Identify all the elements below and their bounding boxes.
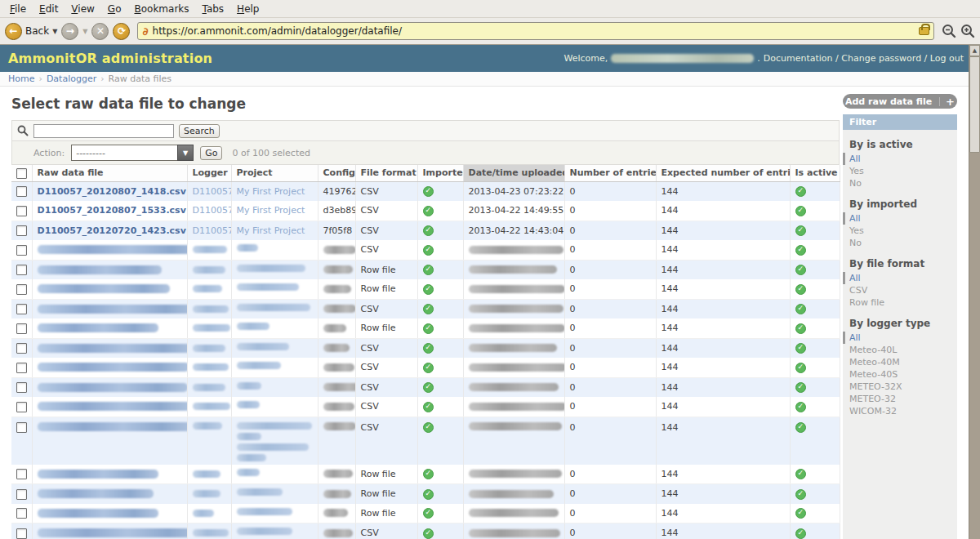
col-header-date-time-uploaded[interactable]: Date/time uploaded▼ — [463, 165, 564, 181]
row-checkbox[interactable] — [16, 528, 27, 539]
filter-option-wicom-32[interactable]: WICOM-32 — [843, 405, 957, 417]
filter-option-meteo-32x[interactable]: METEO-32X — [843, 381, 957, 393]
cell-number-of-entries: 0 — [564, 299, 656, 318]
redacted-date — [469, 490, 554, 498]
table-row: D110057_20120807_1533.csvD110057My First… — [11, 201, 840, 220]
logger-link[interactable]: D110057 — [193, 186, 232, 197]
cell-imported — [417, 279, 463, 299]
breadcrumb-datalogger[interactable]: Datalogger — [47, 74, 96, 84]
filter-option-all[interactable]: All — [843, 332, 957, 344]
go-button[interactable]: Go — [200, 146, 222, 160]
filter-option-meteo-32[interactable]: METEO-32 — [843, 393, 957, 405]
row-checkbox[interactable] — [16, 304, 27, 314]
zoom-out-icon[interactable] — [942, 24, 956, 38]
raw-data-file-link[interactable]: D110057_20120720_1423.csv — [38, 225, 186, 236]
header-link-documentation[interactable]: Documentation — [764, 53, 833, 64]
col-header-expected-number-of-entries[interactable]: Expected number of entries — [656, 165, 790, 181]
url-bar[interactable]: ∂ https://or.ammonit.com/admin/datalogge… — [137, 22, 934, 40]
filter-option-all[interactable]: All — [843, 212, 957, 225]
project-link[interactable]: My First Project — [237, 205, 305, 216]
zoom-in-icon[interactable] — [960, 24, 975, 38]
reload-icon[interactable]: ⟳ — [113, 23, 130, 40]
menu-tabs[interactable]: Tabs — [196, 2, 231, 16]
row-checkbox[interactable] — [16, 186, 27, 197]
row-checkbox[interactable] — [16, 206, 27, 216]
search-button[interactable]: Search — [179, 124, 220, 138]
col-header-logger[interactable]: Logger — [187, 165, 231, 181]
project-link[interactable]: My First Project — [237, 225, 305, 236]
action-select[interactable]: --------- ▼ — [71, 145, 194, 161]
window-scrollbar[interactable]: ▲ — [969, 45, 980, 539]
filter-option-all[interactable]: All — [843, 272, 957, 284]
cell-imported — [417, 220, 463, 240]
cell-logger: D110057 — [187, 201, 231, 220]
logger-link[interactable]: D110057 — [193, 205, 232, 216]
raw-data-file-link[interactable]: D110057_20120807_1533.csv — [38, 205, 186, 216]
row-checkbox[interactable] — [16, 489, 27, 500]
row-checkbox[interactable] — [16, 323, 27, 334]
menu-go[interactable]: Go — [101, 2, 128, 16]
filter-option-no[interactable]: No — [843, 237, 957, 249]
col-header-imported[interactable]: Imported — [417, 165, 463, 181]
row-checkbox[interactable] — [16, 343, 27, 354]
row-checkbox[interactable] — [16, 245, 27, 256]
filter-group-by-imported: By importedAllYesNo — [843, 189, 957, 249]
forward-icon[interactable]: → — [61, 23, 78, 40]
scroll-up-icon[interactable]: ▲ — [969, 45, 980, 56]
menu-view[interactable]: View — [65, 2, 100, 16]
action-select-value[interactable]: --------- — [71, 145, 177, 161]
filter-option-meteo-40l[interactable]: Meteo-40L — [843, 344, 957, 356]
filter-option-row-file[interactable]: Row file — [843, 296, 957, 309]
menu-edit[interactable]: Edit — [33, 2, 65, 16]
filter-option-meteo-40m[interactable]: Meteo-40M — [843, 356, 957, 368]
table-row: Row file0144 — [11, 260, 840, 279]
row-checkbox[interactable] — [16, 284, 27, 295]
back-icon[interactable]: ← — [5, 23, 22, 40]
menu-bookmarks[interactable]: Bookmarks — [127, 2, 195, 16]
row-checkbox[interactable] — [16, 225, 27, 236]
redacted-date — [469, 344, 557, 352]
logger-link[interactable]: D110057 — [193, 225, 232, 236]
header-link-change-password[interactable]: Change password — [841, 53, 921, 64]
col-header-raw-data-file[interactable]: Raw data file — [32, 165, 187, 181]
row-checkbox[interactable] — [16, 469, 27, 479]
filter-option-yes[interactable]: Yes — [843, 165, 957, 177]
row-checkbox[interactable] — [16, 402, 27, 412]
filter-option-meteo-40s[interactable]: Meteo-40S — [843, 368, 957, 381]
row-checkbox[interactable] — [16, 363, 27, 373]
filter-option-csv[interactable]: CSV — [843, 284, 957, 296]
raw-data-file-link[interactable]: D110057_20120807_1418.csv — [38, 186, 186, 197]
col-header-file-format[interactable]: File format — [355, 165, 417, 181]
select-all-checkbox[interactable] — [16, 168, 27, 179]
col-header-project[interactable]: Project — [231, 165, 318, 181]
filter-option-no[interactable]: No — [843, 177, 957, 189]
url-text[interactable]: https://or.ammonit.com/admin/datalogger/… — [153, 25, 915, 37]
filter-option-yes[interactable]: Yes — [843, 225, 957, 237]
cell-imported — [417, 377, 463, 397]
table-row: Row file0144 — [11, 279, 840, 299]
add-raw-data-file-button[interactable]: Add raw data file + — [843, 94, 957, 109]
row-checkbox[interactable] — [16, 382, 27, 393]
project-link[interactable]: My First Project — [237, 186, 305, 197]
stop-icon[interactable]: ✕ — [91, 23, 109, 40]
search-input[interactable] — [33, 124, 174, 138]
back-dropdown-icon[interactable]: ▼ — [52, 28, 57, 35]
filter-option-all[interactable]: All — [843, 153, 957, 165]
scrollbar-thumb[interactable] — [969, 56, 980, 153]
row-checkbox[interactable] — [16, 265, 27, 275]
header-link-log-out[interactable]: Log out — [930, 53, 964, 64]
row-checkbox[interactable] — [16, 422, 27, 433]
breadcrumb-home[interactable]: Home — [8, 74, 34, 84]
col-header-config[interactable]: Config — [318, 165, 355, 181]
imported-yes-icon — [423, 363, 434, 373]
col-header-is-active[interactable]: Is active — [790, 165, 840, 181]
menu-file[interactable]: File — [3, 2, 33, 16]
cell-imported — [417, 318, 463, 338]
col-header-number-of-entries[interactable]: Number of entries — [564, 165, 656, 181]
menu-help[interactable]: Help — [230, 2, 265, 16]
select-dropdown-icon[interactable]: ▼ — [177, 145, 194, 161]
redacted-file-name — [38, 245, 188, 254]
row-checkbox[interactable] — [16, 508, 27, 519]
back-button[interactable]: ← Back ▼ — [5, 23, 57, 40]
site-title[interactable]: AmmonitOR administration — [8, 51, 212, 66]
